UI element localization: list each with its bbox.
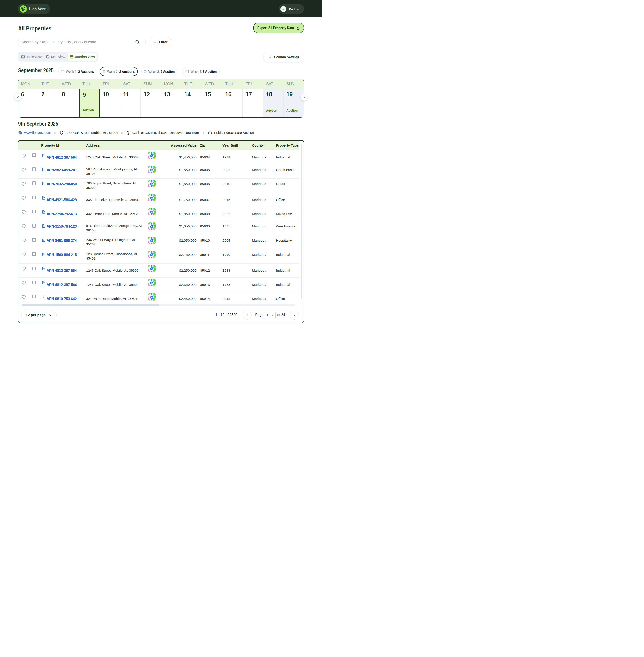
svg-text:1: 1 <box>71 57 72 58</box>
